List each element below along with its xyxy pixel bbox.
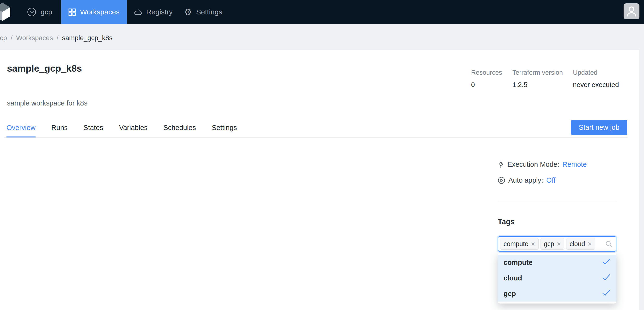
tab-schedules[interactable]: Schedules [164, 118, 196, 137]
execution-mode-row: Execution Mode: Remote [498, 161, 587, 168]
breadcrumb-account[interactable]: gcp [0, 34, 7, 42]
tags-dropdown: compute cloud gcp [498, 253, 616, 303]
workspace-description: sample workspace for k8s [7, 99, 88, 107]
nav-item-registry[interactable]: Registry [128, 0, 178, 24]
auto-apply-label: Auto apply: [508, 176, 543, 184]
breadcrumb: gcp / Workspaces / sample_gcp_k8s [0, 24, 644, 50]
remove-tag-icon[interactable]: × [557, 240, 561, 247]
search-icon [605, 240, 612, 248]
top-nav: gcp Workspaces Registry ⚙ S [0, 0, 644, 24]
tab-overview[interactable]: Overview [6, 118, 36, 137]
page-title: sample_gcp_k8s [7, 63, 82, 74]
app-logo-icon[interactable] [0, 2, 12, 22]
tag-chip-label: compute [504, 240, 528, 248]
breadcrumb-separator: / [56, 34, 58, 42]
dropdown-option-cloud[interactable]: cloud [498, 270, 616, 286]
start-new-job-button[interactable]: Start new job [571, 120, 627, 135]
play-circle-icon [498, 177, 505, 184]
nav-item-settings[interactable]: ⚙ Settings [178, 0, 228, 24]
tab-settings[interactable]: Settings [212, 118, 237, 137]
stat-label: Resources [471, 69, 512, 76]
nav-item-label: Registry [146, 8, 173, 16]
tags-input[interactable]: compute × gcp × cloud × [498, 236, 616, 252]
tag-chip-cloud: cloud × [566, 238, 595, 250]
tab-runs[interactable]: Runs [52, 118, 68, 137]
tag-chip-label: cloud [570, 240, 585, 248]
workspace-page: sample_gcp_k8s Resources 0 Terraform ver… [0, 50, 639, 310]
stat-value: never executed [573, 81, 630, 89]
tag-chip-compute: compute × [500, 238, 538, 250]
tab-bar: Overview Runs States Variables Schedules… [4, 118, 628, 138]
stat-updated: Updated never executed [573, 69, 630, 89]
nav-item-account[interactable]: gcp [21, 0, 58, 24]
stat-resources: Resources 0 [471, 69, 512, 89]
stat-value: 0 [471, 81, 512, 89]
nav-item-label: Settings [196, 8, 222, 16]
stat-value: 1.2.5 [512, 81, 573, 89]
section-divider [498, 201, 616, 201]
breadcrumb-separator: / [10, 34, 12, 42]
user-avatar[interactable] [624, 3, 640, 19]
chevron-circle-icon [27, 7, 36, 17]
tab-states[interactable]: States [84, 118, 103, 137]
nav-item-label: gcp [40, 8, 52, 16]
dropdown-option-label: cloud [504, 274, 522, 282]
dropdown-option-label: compute [504, 258, 532, 266]
breadcrumb-current: sample_gcp_k8s [62, 34, 112, 42]
remove-tag-icon[interactable]: × [531, 240, 535, 247]
stat-label: Terraform version [512, 69, 573, 76]
breadcrumb-workspaces[interactable]: Workspaces [16, 34, 53, 42]
check-icon [602, 258, 610, 267]
gear-icon: ⚙ [184, 8, 192, 17]
check-icon [602, 274, 610, 283]
execution-mode-label: Execution Mode: [507, 161, 559, 168]
remove-tag-icon[interactable]: × [588, 240, 592, 247]
tag-chip-label: gcp [544, 240, 554, 248]
nav-item-workspaces[interactable]: Workspaces [61, 0, 127, 24]
auto-apply-row: Auto apply: Off [498, 176, 556, 184]
stat-terraform-version: Terraform version 1.2.5 [512, 69, 573, 89]
stat-label: Updated [573, 69, 630, 76]
tags-heading: Tags [498, 217, 514, 226]
check-icon [602, 289, 610, 298]
dropdown-option-compute[interactable]: compute [498, 255, 616, 270]
cloud-icon [134, 9, 142, 15]
workspace-stats: Resources 0 Terraform version 1.2.5 Upda… [471, 69, 630, 89]
dropdown-option-gcp[interactable]: gcp [498, 286, 616, 301]
nav-item-label: Workspaces [80, 8, 120, 16]
tag-chip-gcp: gcp × [540, 238, 564, 250]
grid-icon [68, 9, 76, 16]
person-icon [624, 3, 640, 20]
auto-apply-value[interactable]: Off [546, 176, 556, 184]
execution-mode-value[interactable]: Remote [562, 161, 587, 168]
nav-menu: gcp Workspaces Registry ⚙ S [21, 0, 644, 24]
tab-variables[interactable]: Variables [119, 118, 148, 137]
lightning-icon [498, 161, 504, 168]
dropdown-option-label: gcp [504, 290, 516, 298]
